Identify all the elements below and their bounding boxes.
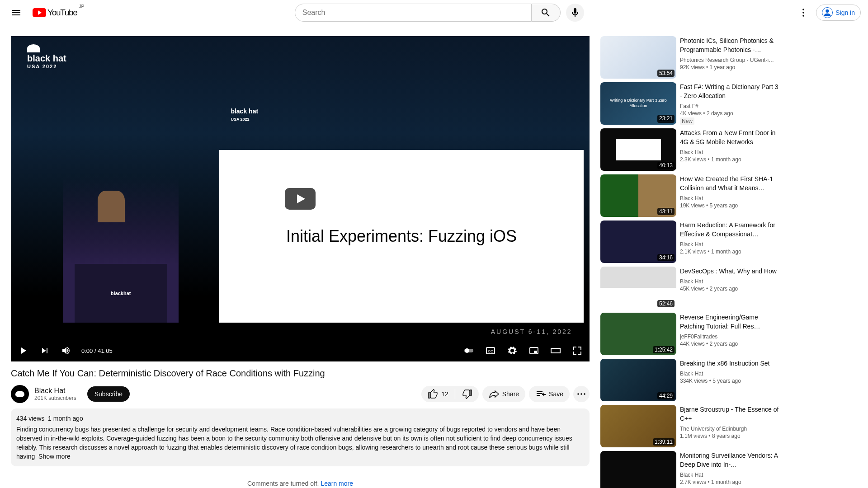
rec-channel: Black Hat [680, 148, 782, 156]
channel-avatar[interactable] [11, 385, 29, 403]
comments-section: Comments are turned off. Learn more [11, 480, 590, 487]
next-button[interactable] [38, 344, 52, 357]
rec-channel: The University of Edinburgh [680, 425, 782, 433]
rec-thumbnail: 34:16 [600, 221, 676, 263]
svg-point-12 [580, 393, 582, 395]
event-logo: black hat USA 2022 [27, 44, 66, 69]
recommendation-item[interactable]: Monitoring Surveillance Vendors: A Deep … [600, 451, 782, 488]
rec-duration: 44:29 [657, 392, 675, 399]
rec-meta: 45K views2 years ago [680, 286, 782, 292]
content: black hat USA 2022 black hat USA 2022 bl… [0, 25, 868, 488]
recommendations-sidebar: 53:54Photonic ICs, Silicon Photonics & P… [600, 36, 782, 488]
rec-meta: 44K views2 years ago [680, 341, 782, 347]
action-row: 12 Share Save [421, 386, 590, 402]
recommendation-item[interactable]: 44:29Breaking the x86 Instruction SetBla… [600, 359, 782, 401]
learn-more-link[interactable]: Learn more [321, 480, 353, 487]
recommendation-item[interactable]: 53:54Photonic ICs, Silicon Photonics & P… [600, 36, 782, 79]
rec-meta: 334K views5 years ago [680, 378, 782, 384]
rec-title: Attacks From a New Front Door in 4G & 5G… [680, 128, 782, 146]
play-button[interactable] [16, 344, 30, 357]
player-controls: 0:00 / 41:05 CC [11, 340, 590, 361]
rec-duration: 23:21 [657, 115, 675, 123]
rec-meta: 2.3K views1 month ago [680, 156, 782, 163]
like-button[interactable]: 12 [421, 386, 455, 402]
theater-button[interactable] [549, 344, 562, 357]
voice-search-button[interactable] [566, 4, 584, 22]
rec-title: How We Created the First SHA-1 Collision… [680, 174, 782, 192]
captions-button[interactable]: CC [484, 344, 497, 357]
rec-duration: 34:16 [657, 254, 675, 261]
signin-label: Sign in [835, 9, 855, 16]
menu-button[interactable] [7, 4, 25, 22]
desc-meta: 434 views 1 month ago [16, 414, 584, 423]
below-row: Black Hat 201K subscribers Subscribe 12 [11, 385, 590, 403]
like-count: 12 [441, 390, 448, 398]
rec-title: Fast F#: Writing a Dictionary Part 3 - Z… [680, 82, 782, 100]
play-button-overlay[interactable] [285, 188, 316, 210]
volume-button[interactable] [60, 344, 73, 357]
save-button[interactable]: Save [529, 386, 570, 402]
time-display: 0:00 / 41:05 [81, 347, 113, 354]
recommendation-item[interactable]: 1:25:42Reverse Engineering/Game Patching… [600, 313, 782, 355]
rec-meta: 4K views2 days ago [680, 110, 782, 117]
recommendation-item[interactable]: 52:46DevSecOps : What, Why and HowBlack … [600, 267, 782, 309]
search-input[interactable] [295, 4, 532, 22]
ellipsis-icon [576, 389, 587, 399]
rec-thumbnail: 1:25:42 [600, 313, 676, 355]
rec-thumbnail: 52:46 [600, 267, 676, 309]
rec-duration: 53:54 [657, 70, 675, 77]
rec-channel: Fast F# [680, 102, 782, 110]
show-more-button[interactable]: Show more [38, 453, 71, 460]
rec-thumbnail: 1:39:11 [600, 405, 676, 447]
rec-meta: 2.7K views1 month ago [680, 479, 782, 485]
subscribe-button[interactable]: Subscribe [87, 386, 130, 402]
autoplay-toggle[interactable] [462, 344, 476, 357]
rec-channel: Photonics Research Group - UGent-i… [680, 56, 782, 64]
description-box[interactable]: 434 views 1 month ago Finding concurrenc… [11, 408, 590, 466]
hamburger-icon [11, 7, 22, 18]
rec-thumbnail: 40:13 [600, 128, 676, 171]
signin-button[interactable]: Sign in [816, 5, 861, 21]
settings-button[interactable] [794, 4, 812, 22]
subscriber-count: 201K subscribers [34, 395, 76, 401]
search-button[interactable] [532, 4, 561, 22]
rec-channel: Black Hat [680, 240, 782, 249]
svg-text:CC: CC [488, 349, 493, 353]
youtube-logo[interactable]: YouTube JP [33, 8, 84, 18]
slide: Initial Experiments: Fuzzing iOS [219, 150, 584, 323]
share-icon [489, 389, 500, 399]
header-left: YouTube JP [7, 4, 84, 22]
share-button[interactable]: Share [482, 386, 525, 402]
kebab-icon [798, 7, 809, 18]
recommendation-item[interactable]: Writing a Dictionary Part 3 Zero Allocat… [600, 82, 782, 125]
recommendation-item[interactable]: 43:11How We Created the First SHA-1 Coll… [600, 174, 782, 217]
recommendation-item[interactable]: 1:39:11Bjarne Stroustrup - The Essence o… [600, 405, 782, 447]
rec-meta: 1.1M views8 years ago [680, 433, 782, 439]
fullscreen-button[interactable] [571, 344, 584, 357]
speaker-feed: blackhat [63, 176, 179, 323]
rec-thumbnail [600, 451, 676, 488]
thumbs-up-icon [428, 389, 439, 399]
rec-thumbnail: 44:29 [600, 359, 676, 401]
settings-gear-button[interactable] [505, 344, 519, 357]
video-title: Catch Me If You Can: Deterministic Disco… [11, 367, 590, 380]
video-player[interactable]: black hat USA 2022 black hat USA 2022 bl… [11, 36, 590, 361]
more-actions-button[interactable] [573, 386, 590, 402]
rec-meta: 2.1K views1 month ago [680, 249, 782, 255]
slide-logo: black hat USA 2022 [231, 108, 258, 122]
search-container [295, 4, 584, 22]
person-icon [822, 7, 833, 18]
channel-name[interactable]: Black Hat [34, 387, 76, 395]
rec-duration: 40:13 [657, 162, 675, 169]
rec-title: Monitoring Surveillance Vendors: A Deep … [680, 451, 782, 469]
thumbs-down-icon [462, 389, 472, 399]
recommendation-item[interactable]: 40:13Attacks From a New Front Door in 4G… [600, 128, 782, 171]
recommendation-item[interactable]: 34:16Harm Reduction: A Framework for Eff… [600, 221, 782, 263]
dislike-button[interactable] [455, 386, 479, 402]
description-text: Finding concurrency bugs has presented a… [16, 426, 572, 460]
miniplayer-button[interactable] [527, 344, 541, 357]
playlist-add-icon [535, 389, 546, 399]
rec-duration: 1:39:11 [653, 438, 675, 446]
rec-channel: Black Hat [680, 370, 782, 378]
header-right: Sign in [794, 4, 861, 22]
